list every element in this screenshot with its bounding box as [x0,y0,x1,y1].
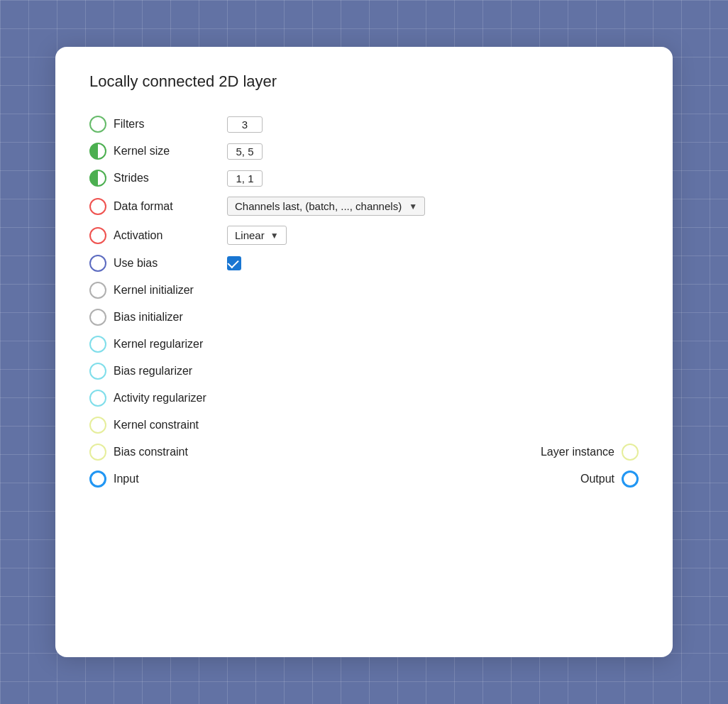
label-strides: Strides [114,172,227,185]
dropdown-data-format[interactable]: Channels last, (batch, ..., channels)▼ [227,197,425,216]
row-kernel-constraint: Kernel constraint [89,412,639,439]
label-bias-constraint: Bias constraint [114,446,227,458]
label-filters: Filters [114,118,227,131]
chevron-down-icon: ▼ [409,202,417,211]
input-kernel-size[interactable]: 5, 5 [227,143,263,160]
circle-filters [89,116,106,133]
row-bias-regularizer: Bias regularizer [89,358,639,385]
label-data-format: Data format [114,200,227,213]
circle-strides [89,170,106,187]
circle-bias-initializer [89,309,106,326]
label-bias-regularizer: Bias regularizer [114,365,227,378]
row-input: InputOutput [89,466,639,493]
input-strides[interactable]: 1, 1 [227,170,263,187]
circle-bias-regularizer [89,363,106,380]
label-activation: Activation [114,229,227,242]
circle-kernel-constraint [89,417,106,434]
row-kernel-initializer: Kernel initializer [89,277,639,304]
circle-input [89,471,106,488]
right-circle-bias-constraint [622,444,639,461]
right-circle-input [622,471,639,488]
dropdown-activation[interactable]: Linear▼ [227,226,287,245]
row-kernel-regularizer: Kernel regularizer [89,331,639,358]
label-bias-initializer: Bias initializer [114,311,227,324]
right-input: Output [580,471,639,488]
circle-data-format [89,198,106,215]
circle-kernel-initializer [89,282,106,299]
card: Locally connected 2D layer Filters3Kerne… [55,47,673,657]
dropdown-value-data-format: Channels last, (batch, ..., channels) [235,200,402,212]
row-kernel-size: Kernel size5, 5 [89,138,639,165]
circle-use-bias [89,255,106,272]
right-label-bias-constraint: Layer instance [541,446,614,458]
right-bias-constraint: Layer instance [541,444,639,461]
row-filters: Filters3 [89,111,639,138]
row-strides: Strides1, 1 [89,165,639,192]
right-label-input: Output [580,473,614,485]
row-use-bias: Use bias [89,250,639,277]
circle-activity-regularizer [89,390,106,407]
label-use-bias: Use bias [114,257,227,270]
label-kernel-regularizer: Kernel regularizer [114,338,227,351]
row-activation: ActivationLinear▼ [89,221,639,250]
circle-kernel-regularizer [89,336,106,353]
label-activity-regularizer: Activity regularizer [114,392,227,405]
label-kernel-size: Kernel size [114,145,227,158]
checkbox-use-bias[interactable] [227,256,241,270]
dropdown-value-activation: Linear [235,229,265,241]
circle-bias-constraint [89,444,106,461]
row-bias-constraint: Bias constraintLayer instance [89,439,639,466]
row-bias-initializer: Bias initializer [89,304,639,331]
card-title: Locally connected 2D layer [89,72,639,91]
circle-activation [89,227,106,244]
row-data-format: Data formatChannels last, (batch, ..., c… [89,192,639,221]
row-activity-regularizer: Activity regularizer [89,385,639,412]
label-kernel-constraint: Kernel constraint [114,419,227,431]
circle-kernel-size [89,143,106,160]
label-input: Input [114,473,227,485]
label-kernel-initializer: Kernel initializer [114,284,227,297]
input-filters[interactable]: 3 [227,116,263,133]
chevron-down-icon: ▼ [270,231,279,241]
